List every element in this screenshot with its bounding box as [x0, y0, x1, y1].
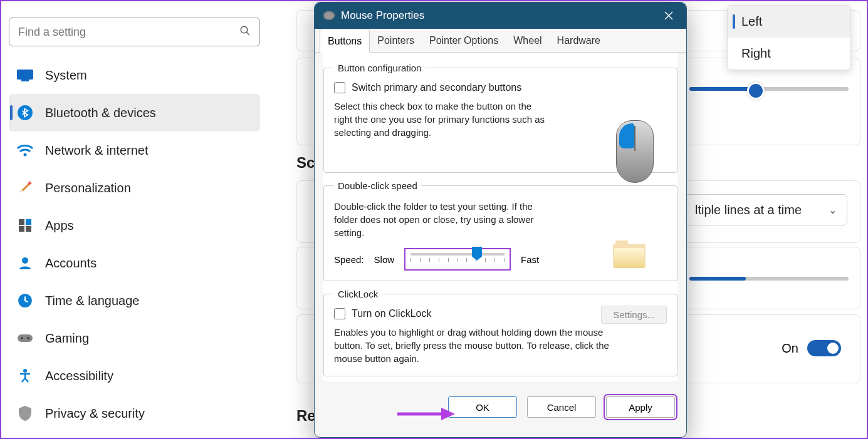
dialog-title: Mouse Properties [341, 9, 424, 22]
clicklock-checkbox[interactable] [334, 308, 345, 319]
mouse-icon [323, 11, 335, 20]
primary-button-popup: Left Right [727, 5, 851, 70]
sidebar-item-system[interactable]: System [9, 56, 260, 94]
sidebar-item-label: Privacy & security [45, 406, 145, 421]
sidebar-item-label: System [45, 68, 87, 83]
apps-icon [16, 217, 34, 234]
tab-pointer-options[interactable]: Pointer Options [422, 29, 506, 52]
gamepad-icon [16, 329, 34, 347]
section-heading-related: Re [296, 407, 316, 425]
paintbrush-icon [16, 179, 34, 197]
scroll-inactive-toggle-row: On [684, 329, 847, 367]
sidebar-item-label: Network & internet [45, 143, 149, 158]
svg-point-16 [23, 369, 27, 373]
cancel-button[interactable]: Cancel [527, 396, 596, 418]
double-click-description: Double-click the folder to test your set… [334, 200, 547, 239]
mouse-illustration [614, 120, 656, 188]
speed-label: Speed: [334, 254, 364, 265]
search-icon [239, 25, 251, 39]
sidebar-item-bluetooth-devices[interactable]: Bluetooth & devices [9, 94, 260, 132]
switch-buttons-checkbox[interactable] [334, 82, 345, 93]
sidebar-item-gaming[interactable]: Gaming [9, 319, 260, 357]
lines-to-scroll-slider[interactable] [689, 277, 849, 281]
bluetooth-icon [16, 104, 34, 121]
sidebar-item-personalization[interactable]: Personalization [9, 169, 260, 207]
settings-sidebar: System Bluetooth & devices Network & int… [1, 1, 268, 438]
tab-buttons[interactable]: Buttons [320, 29, 370, 53]
svg-point-5 [24, 153, 27, 157]
svg-rect-2 [17, 70, 33, 80]
system-icon [16, 66, 34, 84]
clock-globe-icon [16, 292, 34, 309]
wifi-icon [16, 142, 34, 159]
clicklock-settings-button: Settings... [601, 306, 667, 324]
sidebar-item-label: Personalization [45, 181, 131, 195]
switch-buttons-label: Switch primary and secondary buttons [352, 82, 521, 93]
clicklock-description: Enables you to highlight or drag without… [334, 326, 629, 365]
ok-button[interactable]: OK [448, 396, 517, 418]
sidebar-item-label: Gaming [45, 331, 89, 346]
svg-rect-3 [21, 80, 29, 81]
search-box[interactable] [9, 18, 260, 46]
group-clicklock: ClickLock Turn on ClickLock Settings... … [323, 289, 677, 376]
sidebar-item-privacy-security[interactable]: Privacy & security [9, 395, 260, 432]
folder-test-icon[interactable] [613, 240, 646, 268]
tab-pointers[interactable]: Pointers [370, 29, 422, 52]
dialog-tabs: Buttons Pointers Pointer Options Wheel H… [315, 29, 686, 53]
double-click-slider[interactable] [410, 253, 505, 256]
clicklock-label: Turn on ClickLock [352, 308, 431, 319]
legend-double-click: Double-click speed [334, 180, 421, 191]
cursor-speed-slider[interactable] [689, 87, 849, 91]
sidebar-item-label: Bluetooth & devices [45, 106, 156, 120]
popup-option-left[interactable]: Left [728, 6, 850, 38]
sidebar-item-network[interactable]: Network & internet [9, 132, 260, 169]
close-button[interactable] [656, 3, 681, 29]
scroll-mode-dropdown[interactable]: ltiple lines at a time ⌄ [684, 194, 847, 225]
sidebar-item-accounts[interactable]: Accounts [9, 244, 260, 282]
sidebar-item-label: Accounts [45, 256, 97, 271]
svg-rect-7 [19, 219, 24, 225]
popup-option-right[interactable]: Right [728, 38, 850, 70]
svg-rect-9 [19, 226, 24, 232]
search-input[interactable] [18, 26, 239, 39]
mouse-properties-dialog: Mouse Properties Buttons Pointers Pointe… [314, 2, 687, 438]
sidebar-item-label: Apps [45, 219, 74, 233]
group-double-click-speed: Double-click speed Double-click the fold… [323, 180, 677, 281]
person-icon [16, 254, 34, 272]
legend-clicklock: ClickLock [334, 289, 382, 299]
apply-button[interactable]: Apply [606, 396, 675, 418]
sidebar-item-label: Time & language [45, 294, 139, 308]
chevron-down-icon: ⌄ [829, 204, 837, 216]
svg-point-15 [27, 337, 29, 339]
accessibility-icon [16, 367, 34, 385]
svg-rect-10 [26, 226, 31, 232]
double-click-slider-highlight [404, 248, 511, 271]
tab-wheel[interactable]: Wheel [506, 29, 549, 52]
legend-button-config: Button configuration [334, 63, 425, 73]
switch-buttons-row[interactable]: Switch primary and secondary buttons [334, 82, 667, 93]
switch-buttons-description: Select this check box to make the button… [334, 100, 547, 139]
slider-ticks [410, 258, 505, 262]
dropdown-value-fragment: ltiple lines at a time [695, 203, 802, 217]
sidebar-item-accessibility[interactable]: Accessibility [9, 357, 260, 395]
sidebar-item-label: Accessibility [45, 369, 113, 383]
toggle-label: On [782, 341, 798, 356]
slow-label: Slow [374, 254, 395, 265]
svg-line-1 [246, 32, 249, 35]
fast-label: Fast [521, 254, 539, 265]
dialog-titlebar[interactable]: Mouse Properties [315, 3, 686, 29]
dialog-button-row: OK Cancel Apply [315, 388, 686, 426]
toggle-switch[interactable] [807, 340, 841, 356]
sidebar-item-time-language[interactable]: Time & language [9, 282, 260, 319]
sidebar-item-apps[interactable]: Apps [9, 207, 260, 244]
svg-point-11 [22, 257, 28, 264]
svg-point-0 [241, 26, 248, 33]
svg-rect-13 [18, 334, 33, 342]
tab-hardware[interactable]: Hardware [550, 29, 608, 52]
svg-rect-8 [26, 219, 31, 225]
shield-icon [16, 405, 34, 422]
svg-point-14 [21, 337, 23, 339]
